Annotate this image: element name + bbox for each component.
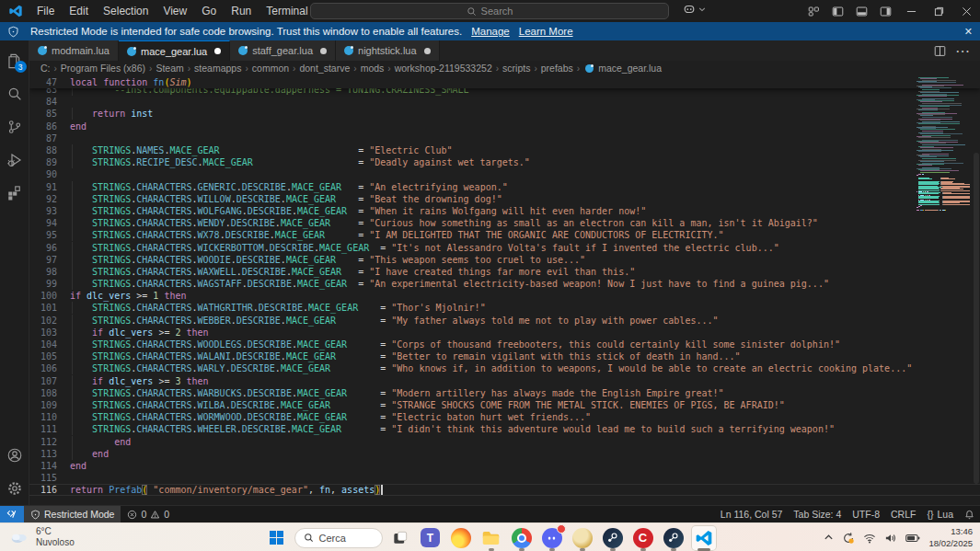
- code-line-107[interactable]: 107 if dlc_vers >= 3 then: [29, 375, 980, 387]
- remote-indicator[interactable]: [0, 506, 24, 523]
- breadcrumb-segment[interactable]: mace_gear.lua: [598, 63, 662, 74]
- code-line-85[interactable]: 85 return inst: [29, 108, 980, 120]
- line-number[interactable]: 96: [29, 243, 70, 253]
- activity-search[interactable]: [0, 77, 29, 110]
- line-number[interactable]: 87: [29, 133, 70, 143]
- toggle-secondary-sidebar-icon[interactable]: [873, 0, 897, 22]
- taskbar-app-steam-alt[interactable]: [661, 525, 686, 551]
- code-line-103[interactable]: 103 if dlc_vers >= 2 then: [29, 327, 980, 339]
- line-number[interactable]: 90: [29, 169, 70, 179]
- close-button[interactable]: [952, 0, 980, 22]
- modified-dot-icon[interactable]: [424, 48, 431, 54]
- menu-run[interactable]: Run: [225, 3, 258, 19]
- wifi-icon[interactable]: [863, 533, 876, 544]
- restricted-mode-status[interactable]: Restricted Mode: [24, 506, 121, 523]
- line-number[interactable]: 93: [29, 206, 70, 216]
- eol-status[interactable]: CRLF: [885, 506, 921, 523]
- code-line-102[interactable]: 102 STRINGS.CHARACTERS.WEBBER.DESCRIBE.M…: [29, 315, 980, 327]
- breadcrumb-segment[interactable]: prefabs: [541, 63, 573, 74]
- modified-dot-icon[interactable]: [214, 48, 221, 54]
- manage-link[interactable]: Manage: [471, 26, 510, 37]
- code-line-105[interactable]: 105 STRINGS.CHARACTERS.WALANI.DESCRIBE.M…: [29, 350, 980, 362]
- code-line-108[interactable]: 108 STRINGS.CHARACTERS.WARBUCKS.DESCRIBE…: [29, 387, 980, 399]
- menu-view[interactable]: View: [156, 3, 193, 19]
- breadcrumb-segment[interactable]: common: [252, 63, 289, 74]
- modified-dot-icon[interactable]: [320, 48, 327, 54]
- code-line-113[interactable]: 113 end: [29, 448, 980, 460]
- breadcrumb-segment[interactable]: Steam: [156, 63, 183, 74]
- line-number[interactable]: 116: [29, 485, 70, 495]
- code-line-116[interactable]: 116return Prefab( "common/inventory/mace…: [29, 484, 980, 496]
- encoding-status[interactable]: UTF-8: [847, 506, 885, 523]
- minimap[interactable]: [917, 77, 972, 211]
- start-button[interactable]: [264, 525, 290, 551]
- code-line-115[interactable]: 115: [29, 472, 980, 484]
- code-line-104[interactable]: 104 STRINGS.CHARACTERS.WOODLEGS.DESCRIBE…: [29, 339, 980, 350]
- taskbar-app-chrome[interactable]: [509, 525, 535, 551]
- code-line-96[interactable]: 96 STRINGS.CHARACTERS.WICKERBOTTOM.DESCR…: [29, 241, 980, 253]
- breadcrumb-segment[interactable]: steamapps: [194, 63, 241, 74]
- battery-icon[interactable]: [905, 534, 920, 543]
- code-line-94[interactable]: 94 STRINGS.CHARACTERS.WENDY.DESCRIBE.MAC…: [29, 217, 980, 229]
- taskbar-app-teams[interactable]: T: [418, 525, 444, 551]
- breadcrumb-segment[interactable]: Program Files (x86): [61, 63, 145, 74]
- line-number[interactable]: 108: [29, 388, 70, 398]
- code-line-86[interactable]: 86end: [29, 121, 980, 132]
- line-number[interactable]: 85: [29, 109, 70, 119]
- cursor-position-status[interactable]: Ln 116, Col 57: [715, 506, 789, 523]
- more-actions-icon[interactable]: ⋯: [955, 42, 971, 60]
- copilot-menu[interactable]: [683, 3, 706, 16]
- line-number[interactable]: 111: [29, 424, 70, 434]
- menu-terminal[interactable]: Terminal: [259, 3, 314, 19]
- taskbar-search[interactable]: Cerca: [294, 528, 383, 548]
- line-number[interactable]: 115: [29, 473, 70, 483]
- tab-nightstick-lua[interactable]: nightstick.lua: [336, 40, 440, 61]
- notifications-bell[interactable]: [959, 506, 980, 523]
- menu-go[interactable]: Go: [195, 3, 223, 19]
- code-line-92[interactable]: 92 STRINGS.CHARACTERS.WILLOW.DESCRIBE.MA…: [29, 193, 980, 205]
- layout-customize-icon[interactable]: [801, 0, 825, 22]
- breadcrumb-segment[interactable]: mods: [361, 63, 385, 74]
- activity-source-control[interactable]: [0, 110, 29, 143]
- restore-button[interactable]: [925, 0, 952, 22]
- tab-mace_gear-lua[interactable]: mace_gear.lua: [119, 40, 230, 61]
- chevron-up-icon[interactable]: [824, 533, 834, 543]
- line-number[interactable]: 110: [29, 412, 70, 422]
- code-line-111[interactable]: 111 STRINGS.CHARACTERS.WHEELER.DESCRIBE.…: [29, 423, 980, 435]
- line-number[interactable]: 114: [29, 461, 70, 471]
- code-line-101[interactable]: 101 STRINGS.CHARACTERS.WATHGRITHR.DESCRI…: [29, 302, 980, 314]
- code-line-100[interactable]: 100if dlc_vers >= 1 then: [29, 290, 980, 302]
- code-line-99[interactable]: 99 STRINGS.CHARACTERS.WAGSTAFF.DESCRIBE.…: [29, 278, 980, 290]
- menu-selection[interactable]: Selection: [97, 3, 155, 19]
- activity-run-debug[interactable]: [0, 143, 29, 177]
- line-number[interactable]: 105: [29, 351, 70, 362]
- line-number[interactable]: 112: [29, 437, 70, 447]
- line-number[interactable]: 92: [29, 194, 70, 204]
- line-number[interactable]: 104: [29, 339, 70, 350]
- code-line-112[interactable]: 112 end: [29, 435, 980, 447]
- volume-icon[interactable]: [884, 533, 897, 544]
- line-number[interactable]: 91: [29, 182, 70, 192]
- tab-modmain-lua[interactable]: modmain.lua: [29, 40, 119, 61]
- tab-staff_gear-lua[interactable]: staff_gear.lua: [230, 40, 336, 61]
- line-number[interactable]: 103: [29, 327, 70, 338]
- toggle-panel-icon[interactable]: [849, 0, 873, 22]
- line-number[interactable]: 101: [29, 303, 70, 313]
- code-line-93[interactable]: 93 STRINGS.CHARACTERS.WOLFGANG.DESCRIBE.…: [29, 205, 980, 217]
- code-line-97[interactable]: 97 STRINGS.CHARACTERS.WOODIE.DESCRIBE.MA…: [29, 254, 980, 266]
- language-status[interactable]: {}Lua: [921, 506, 959, 523]
- banner-close-icon[interactable]: ✕: [964, 26, 973, 38]
- sync-update-icon[interactable]: [842, 532, 855, 545]
- line-number[interactable]: 107: [29, 376, 70, 386]
- code-line-84[interactable]: 84: [29, 96, 980, 108]
- toggle-primary-sidebar-icon[interactable]: [825, 0, 849, 22]
- code-line-98[interactable]: 98 STRINGS.CHARACTERS.WAXWELL.DESCRIBE.M…: [29, 266, 980, 278]
- line-number[interactable]: 84: [29, 97, 70, 107]
- problems-status[interactable]: 0 0: [121, 506, 176, 523]
- activity-explorer[interactable]: 3: [0, 44, 29, 77]
- line-number[interactable]: 109: [29, 400, 70, 410]
- command-search-box[interactable]: Search: [310, 3, 669, 19]
- taskbar-app-steam[interactable]: [600, 525, 626, 551]
- line-number[interactable]: 97: [29, 255, 70, 265]
- line-number[interactable]: 95: [29, 230, 70, 240]
